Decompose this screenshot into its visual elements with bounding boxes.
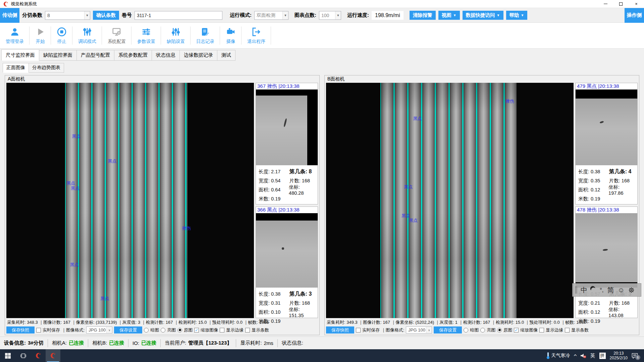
- tab-system-param-config[interactable]: 系统参数配置: [114, 50, 152, 61]
- realtime-save-checkbox[interactable]: [36, 328, 41, 333]
- sliders-vertical-icon: [82, 27, 92, 37]
- show-strips-checkbox[interactable]: [565, 328, 570, 333]
- capture-button[interactable]: 摄像: [220, 24, 241, 47]
- save-settings-button[interactable]: 保存设置: [114, 326, 142, 334]
- debug-mode-button[interactable]: 调试模式: [72, 24, 102, 47]
- drive-side-button[interactable]: 传动侧: [0, 8, 19, 23]
- minimize-icon: [604, 4, 607, 4]
- weather-widget[interactable]: 天气寒冷: [547, 352, 570, 359]
- ime-settings-gear-icon[interactable]: [628, 287, 635, 293]
- taskbar-app-2-active[interactable]: [46, 349, 60, 362]
- ime-punctuation-indicator[interactable]: °,: [600, 287, 604, 293]
- start-button[interactable]: 开始: [30, 24, 51, 47]
- action-center-button[interactable]: 6: [632, 353, 638, 359]
- realtime-save-checkbox[interactable]: [356, 328, 361, 333]
- chevron-down-icon: ▼: [282, 11, 288, 19]
- slit-count-select[interactable]: 8 ▼: [45, 11, 90, 20]
- operator-side-button[interactable]: 操作侧: [625, 8, 644, 23]
- defect-header[interactable]: 479 黑点 |20:13:38: [576, 83, 637, 89]
- image-format-select[interactable]: JPG 100 ∨: [86, 326, 112, 334]
- show-strips-checkbox[interactable]: [245, 328, 250, 333]
- strip-region: [65, 83, 187, 318]
- tab-status-info[interactable]: 状态信息: [152, 50, 180, 61]
- system-config-button[interactable]: 系统配置: [102, 24, 131, 47]
- zoom-image-checkbox[interactable]: [514, 328, 519, 333]
- defect-overlay-label: 黑点: [72, 133, 81, 139]
- main-tab-strip: 尺寸监控界面 缺陷监控界面 产品型号配置 系统参数配置 状态信息 边缘数据记录 …: [0, 50, 644, 61]
- dark-image-radio[interactable]: [464, 328, 468, 333]
- admin-login-button[interactable]: 管理登录: [0, 24, 30, 47]
- parameter-settings-button[interactable]: 参数设置: [131, 24, 161, 47]
- volume-muted-button[interactable]: [580, 353, 586, 358]
- speaker-muted-icon: [580, 353, 586, 358]
- chart-points-value: 100: [321, 13, 329, 18]
- defect-header[interactable]: 366 黑点 |20:13:38: [256, 207, 318, 213]
- sub-tab-strip: 正面图像 分布趋势图表: [3, 63, 644, 73]
- maximize-button[interactable]: [613, 0, 629, 8]
- defect-overlay-label: 黑点: [413, 116, 422, 122]
- ime-chinese-mode-indicator[interactable]: 中: [581, 287, 587, 293]
- camera-a-live-image[interactable]: 黑点黑点黑点黑点挫伤黑点黑点: [6, 83, 254, 318]
- image-format-label: ｜图像格式:: [381, 327, 404, 333]
- defect-snapshot-image[interactable]: [256, 213, 318, 288]
- original-image-label: 原图: [503, 327, 512, 333]
- camera-b-live-image[interactable]: 挫伤黑点黑点黑点黑点: [326, 83, 574, 318]
- clear-alarm-button[interactable]: 清除报警: [410, 11, 436, 20]
- ime-drag-handle[interactable]: [575, 286, 577, 294]
- confirm-count-button[interactable]: 确认条数: [93, 11, 119, 20]
- chevron-down-icon: ▼: [335, 11, 341, 19]
- stop-button[interactable]: 停止: [51, 24, 72, 47]
- bright-image-radio[interactable]: [161, 328, 165, 333]
- tab-size-monitor[interactable]: 尺寸监控界面: [1, 49, 39, 61]
- save-snapshot-button[interactable]: 保存快照: [326, 326, 354, 334]
- defect-settings-button[interactable]: 缺陷设置: [161, 24, 191, 47]
- minimize-button[interactable]: [598, 0, 613, 8]
- task-view-button[interactable]: [15, 349, 31, 362]
- save-settings-button[interactable]: 保存设置: [434, 326, 462, 334]
- run-mode-select[interactable]: 双面检测 ▼: [254, 11, 288, 20]
- ime-halfwidth-moon-icon[interactable]: [591, 287, 596, 293]
- defect-snapshot-image[interactable]: [576, 89, 637, 165]
- dark-image-label: 暗图: [470, 327, 479, 333]
- ime-simplified-indicator[interactable]: 简: [607, 287, 614, 293]
- ime-emoji-icon[interactable]: ☺: [618, 287, 625, 293]
- log-record-button[interactable]: 日志记录: [191, 24, 220, 47]
- help-menu-button[interactable]: 帮助 ▼: [506, 11, 528, 20]
- view-menu-button[interactable]: 视图 ▼: [438, 11, 460, 20]
- tray-expand-chevron[interactable]: ^: [574, 353, 577, 358]
- slit-count-value: 8: [47, 13, 50, 18]
- tab-defect-monitor[interactable]: 缺陷监控界面: [39, 50, 77, 61]
- taskbar-clock[interactable]: 20:13 2025/2/10: [610, 351, 628, 360]
- show-edges-checkbox[interactable]: [539, 328, 544, 333]
- original-image-radio[interactable]: [497, 328, 502, 333]
- start-button[interactable]: [0, 349, 15, 362]
- save-snapshot-button[interactable]: 保存快照: [6, 326, 35, 334]
- chart-points-select[interactable]: 100 ▼: [319, 11, 341, 20]
- defect-snapshot-image[interactable]: [256, 89, 318, 165]
- defect-stats: 长度: 2.17第几条: 8 宽度: 0.54片数: 168 面积: 0.64坐…: [256, 165, 318, 204]
- exit-program-button[interactable]: 退出程序: [241, 24, 271, 47]
- language-indicator[interactable]: 英: [590, 353, 595, 359]
- defect-header[interactable]: 478 挫伤 |20:13:38: [576, 207, 637, 213]
- zoom-image-checkbox[interactable]: [194, 328, 199, 333]
- dark-image-radio[interactable]: [144, 328, 149, 333]
- image-format-select[interactable]: JPG 100 ∨: [406, 326, 432, 334]
- ribbon-toolbar: 管理登录 开始 停止 调试模式: [0, 23, 644, 49]
- original-image-radio[interactable]: [177, 328, 182, 333]
- ime-mode-indicator[interactable]: 拼: [599, 353, 606, 359]
- bright-image-radio[interactable]: [480, 328, 485, 333]
- defect-snapshot-image[interactable]: [576, 213, 637, 288]
- camera-a-controls: 保存快照 实时保存 ｜图像格式: JPG 100 ∨ 保存设置 暗图 亮图 原图…: [6, 326, 318, 334]
- tab-product-model-config[interactable]: 产品型号配置: [77, 50, 114, 61]
- data-quick-access-menu-button[interactable]: 数据快捷访问 ▼: [463, 11, 503, 20]
- subtab-front-image[interactable]: 正面图像: [3, 63, 29, 73]
- show-edges-checkbox[interactable]: [220, 328, 224, 333]
- roll-number-input[interactable]: 3117-1: [135, 11, 222, 20]
- taskbar-app-1[interactable]: [31, 349, 46, 362]
- defect-header[interactable]: 367 挫伤 |20:13:38: [256, 83, 318, 89]
- subtab-distribution-trend[interactable]: 分布趋势图表: [29, 63, 64, 73]
- tab-edge-data-record[interactable]: 边缘数据记录: [180, 50, 217, 61]
- close-button[interactable]: ×: [629, 0, 644, 8]
- ime-toolbar[interactable]: 中 °, 简 ☺: [572, 283, 641, 297]
- tab-test[interactable]: 测试: [217, 50, 235, 61]
